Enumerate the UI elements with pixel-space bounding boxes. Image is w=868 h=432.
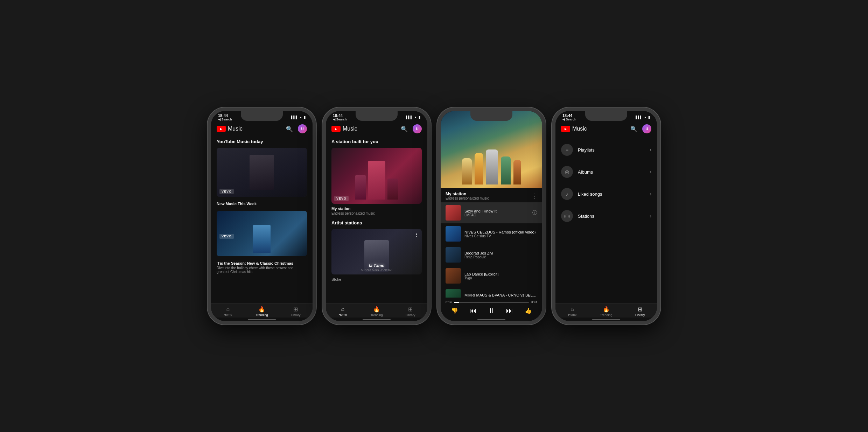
app-header-4: Music 🔍 U — [555, 122, 657, 135]
nav-home-label-1: Home — [224, 313, 232, 316]
status-icons-4: ▌▌▌ ▲ ▮ — [636, 116, 650, 119]
artist-stations-title: Artist stations — [331, 220, 422, 225]
song-artist-2: Relja Popović — [464, 255, 537, 259]
nav-library-4[interactable]: ⊞ Library — [623, 306, 657, 317]
signal-icon-1: ▌▌▌ — [291, 116, 298, 119]
controls-row: 👎 ⏮ ⏸ ⏭ 👍 — [446, 307, 537, 315]
app-header-2: Music 🔍 U — [326, 122, 427, 135]
nav-trending-4[interactable]: 🔥 Trending — [589, 306, 623, 317]
nav-trending-label-4: Trending — [600, 313, 612, 317]
library-icon-1: ⊞ — [293, 306, 298, 313]
player-header-img — [441, 111, 542, 188]
stoke-label: Stoke — [331, 277, 422, 281]
song-thumb-0 — [446, 205, 461, 221]
nav-trending-1[interactable]: 🔥 Trending — [245, 306, 279, 317]
wifi-icon-4: ▲ — [644, 116, 647, 119]
nav-home-2[interactable]: ⌂ Home — [326, 306, 360, 317]
playlists-icon: ≡ — [561, 144, 573, 156]
header-icons-2: 🔍 U — [401, 124, 422, 133]
avatar-2[interactable]: U — [413, 124, 422, 133]
nav-library-label-1: Library — [291, 313, 301, 317]
video-card-2[interactable]: VEVO — [217, 211, 307, 256]
song-thumb-2 — [446, 247, 461, 263]
status-bar-1: 18:44 ◀ Search ▌▌▌ ▲ ▮ — [211, 111, 313, 122]
nav-home-1[interactable]: ⌂ Home — [211, 306, 245, 317]
card-desc-2: Dive into the holiday cheer with these n… — [217, 266, 307, 274]
bottom-nav-2: ⌂ Home 🔥 Trending ⊞ Library — [326, 304, 427, 318]
thumbsdown-btn[interactable]: 👎 — [451, 307, 458, 314]
status-bar-4: 18:44 ◀ Search ▌▌▌ ▲ ▮ — [555, 111, 657, 122]
song-item-2[interactable]: Beograd Jos Zivi Relja Popović — [441, 244, 542, 265]
song-item-3[interactable]: Lap Dance [Explicit] Tyga — [441, 265, 542, 286]
youtube-logo-4 — [561, 126, 570, 132]
artist-station-thumb[interactable]: ⋮ la Tame STARA ŠABLJANERA — [331, 229, 422, 274]
song-info-3: Lap Dance [Explicit] Tyga — [464, 272, 537, 280]
library-item-playlists[interactable]: ≡ Playlists › — [561, 139, 651, 161]
search-icon-4[interactable]: 🔍 — [630, 126, 637, 132]
library-item-albums[interactable]: ◎ Albums › — [561, 161, 651, 183]
nav-trending-2[interactable]: 🔥 Trending — [360, 306, 394, 317]
library-item-liked-songs[interactable]: ♪ Liked songs › — [561, 183, 651, 205]
progress-bar[interactable] — [454, 302, 529, 303]
app-title-4: Music — [572, 126, 630, 132]
avatar-1[interactable]: U — [298, 124, 307, 133]
home-icon-4: ⌂ — [571, 306, 574, 312]
trending-icon-4: 🔥 — [603, 306, 610, 313]
np-station: My station — [446, 191, 489, 196]
liked-songs-chevron-icon: › — [650, 191, 651, 197]
station-thumb[interactable]: VEVO — [331, 148, 422, 204]
nav-home-4[interactable]: ⌂ Home — [555, 306, 589, 317]
station-section-title: A station built for you — [331, 139, 422, 144]
video-card-1[interactable]: VEVO — [217, 148, 307, 197]
next-btn[interactable]: ⏭ — [506, 307, 513, 315]
song-thumb-3 — [446, 268, 461, 284]
app-title-1: Music — [228, 126, 286, 132]
nav-library-2[interactable]: ⊞ Library — [393, 306, 427, 317]
library-icon-2: ⊞ — [408, 306, 413, 313]
info-icon-0[interactable]: ⓘ — [532, 210, 537, 216]
vevo-badge-1: VEVO — [219, 189, 234, 194]
home-indicator-4 — [592, 319, 620, 320]
bottom-nav-1: ⌂ Home 🔥 Trending ⊞ Library — [211, 304, 313, 318]
library-item-stations[interactable]: ((·)) Stations › — [561, 205, 651, 227]
nav-library-1[interactable]: ⊞ Library — [279, 306, 313, 317]
song-item-0[interactable]: Sexy and I Know It LMFAO ⓘ — [441, 202, 542, 223]
phone-4: 18:44 ◀ Search ▌▌▌ ▲ ▮ Music 🔍 U — [552, 107, 660, 325]
battery-icon-4: ▮ — [648, 116, 650, 119]
prev-btn[interactable]: ⏮ — [470, 307, 477, 315]
song-title-2: Beograd Jos Zivi — [464, 251, 537, 255]
search-icon-2[interactable]: 🔍 — [401, 126, 408, 132]
status-bar-2: 18:44 ◀ Search ▌▌▌ ▲ ▮ — [326, 111, 427, 122]
header-icons-4: 🔍 U — [630, 124, 651, 133]
avatar-4[interactable]: U — [642, 124, 651, 133]
more-options-icon[interactable]: ⋮ — [531, 192, 537, 200]
stations-icon: ((·)) — [561, 210, 573, 222]
song-item-4[interactable]: MIKRI MAUS & BVANA - CRNO vs BELO (offic… — [441, 286, 542, 298]
stations-chevron-icon: › — [650, 213, 651, 219]
search-icon-1[interactable]: 🔍 — [286, 126, 293, 132]
albums-chevron-icon: › — [650, 169, 651, 175]
total-time: 3:24 — [531, 300, 537, 304]
phone-3: My station Endless personalized music ⋮ … — [437, 107, 546, 325]
song-item-1[interactable]: NIVES CELZIJUS - Ramos (official video) … — [441, 223, 542, 244]
home-icon-2: ⌂ — [341, 306, 345, 312]
youtube-logo-1 — [217, 126, 226, 132]
phone-1: 18:44 ◀ Search ▌▌▌ ▲ ▮ Music 🔍 U YouTube — [208, 107, 316, 325]
status-icons-2: ▌▌▌ ▲ ▮ — [406, 116, 420, 119]
thumbsup-btn[interactable]: 👍 — [525, 307, 532, 314]
phones-container: 18:44 ◀ Search ▌▌▌ ▲ ▮ Music 🔍 U YouTube — [208, 107, 660, 325]
albums-icon: ◎ — [561, 166, 573, 178]
three-dots-icon[interactable]: ⋮ — [414, 232, 419, 237]
home-indicator-3 — [477, 319, 505, 320]
content-1: YouTube Music today VEVO New Music This … — [211, 135, 313, 304]
signal-icon-2: ▌▌▌ — [406, 116, 413, 119]
song-artist-3: Tyga — [464, 276, 537, 280]
song-title-1: NIVES CELZIJUS - Ramos (official video) — [464, 230, 537, 234]
now-playing-info: My station Endless personalized music ⋮ — [441, 188, 542, 202]
back-search-1[interactable]: ◀ Search — [218, 118, 232, 121]
back-search-4[interactable]: ◀ Search — [562, 118, 576, 121]
pause-btn[interactable]: ⏸ — [488, 307, 495, 315]
content-2: A station built for you VEVO My station … — [326, 135, 427, 304]
nav-library-label-4: Library — [635, 313, 645, 317]
back-search-2[interactable]: ◀ Search — [333, 118, 347, 121]
